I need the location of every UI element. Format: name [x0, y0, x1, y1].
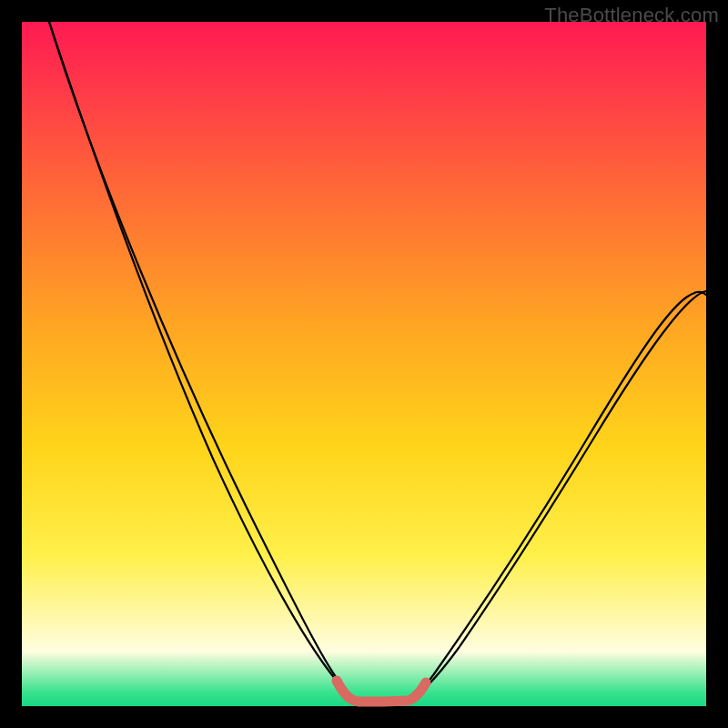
bottleneck-curve-left — [49, 22, 359, 701]
outer-frame: TheBottleneck.com — [0, 0, 728, 728]
bottleneck-curve — [49, 22, 706, 703]
bottleneck-curve-svg — [22, 22, 706, 706]
watermark-text: TheBottleneck.com — [544, 4, 719, 27]
valley-accent-segment — [337, 681, 426, 702]
bottleneck-curve-right — [410, 291, 706, 700]
